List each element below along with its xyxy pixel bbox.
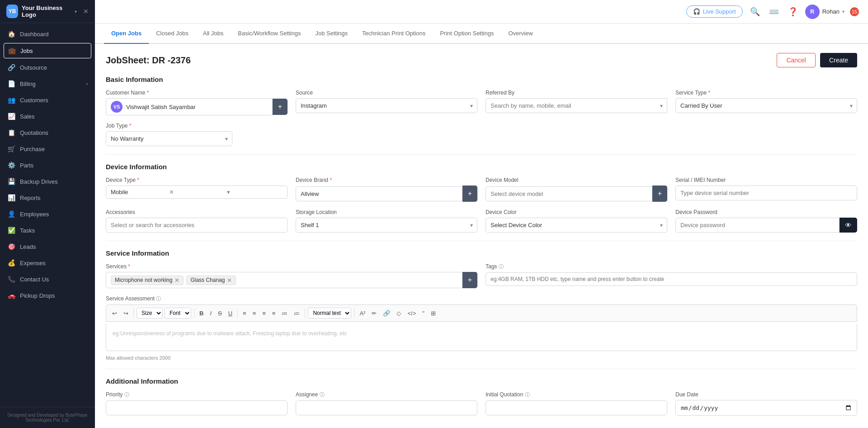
basic-info-section-title: Basic Information: [106, 76, 857, 83]
ordered-list-button[interactable]: ≔: [279, 309, 290, 318]
align-left-button[interactable]: ≡: [241, 309, 249, 318]
show-password-button[interactable]: 👁: [840, 218, 857, 233]
device-brand-input[interactable]: [296, 186, 462, 201]
device-color-select[interactable]: Select Device Color: [486, 218, 667, 233]
undo-button[interactable]: ↩: [110, 309, 119, 318]
device-model-input[interactable]: [486, 186, 652, 201]
device-type-clear-icon[interactable]: ✕: [169, 189, 225, 195]
strikethrough-button[interactable]: S: [216, 309, 224, 318]
sidebar-item-label: Sales: [20, 113, 35, 120]
storage-location-select[interactable]: Shelf 1: [296, 218, 477, 233]
sidebar-item-tasks[interactable]: ✅ Tasks: [0, 222, 95, 238]
italic-button[interactable]: I: [208, 309, 214, 318]
service-assessment-help-icon[interactable]: ⓘ: [156, 296, 161, 301]
services-chips-area[interactable]: Microphone not working ✕ Glass Chanag ✕: [106, 272, 462, 288]
source-select-wrapper: Instagram ▾: [296, 98, 477, 113]
sidebar-item-purchase[interactable]: 🛒 Purchase: [0, 141, 95, 157]
sidebar-item-contact-us[interactable]: 📞 Contact Us: [0, 271, 95, 287]
customer-add-button[interactable]: +: [273, 99, 288, 115]
sidebar-item-sales[interactable]: 📈 Sales: [0, 108, 95, 124]
service-assessment-editor[interactable]: eg:Unresponsiveness of programs due to m…: [106, 324, 857, 351]
align-right-button[interactable]: ≡: [260, 309, 268, 318]
due-date-input[interactable]: [675, 400, 857, 416]
unordered-list-button[interactable]: ≔: [292, 309, 302, 318]
device-model-add-button[interactable]: +: [652, 185, 667, 202]
table-button[interactable]: ⊞: [429, 309, 438, 318]
sidebar-item-employees[interactable]: 👤 Employees: [0, 206, 95, 222]
sidebar-item-jobs[interactable]: 💼 Jobs: [4, 43, 91, 58]
tab-open-jobs-label: Open Jobs: [111, 30, 142, 37]
device-type-wrap[interactable]: Mobile ✕ ▾: [106, 185, 288, 199]
superscript-button[interactable]: A²: [357, 309, 368, 318]
tab-technician-print[interactable]: Technician Print Options: [355, 24, 433, 44]
tab-job-settings[interactable]: Job Settings: [308, 24, 355, 44]
accessories-input[interactable]: [106, 218, 288, 233]
keyboard-button[interactable]: ⌨️: [767, 5, 781, 19]
justify-button[interactable]: ≡: [270, 309, 278, 318]
dashboard-icon: 🏠: [7, 30, 15, 38]
erase-button[interactable]: ◇: [394, 309, 403, 318]
assignee-help-icon[interactable]: ⓘ: [320, 392, 325, 397]
referred-by-input[interactable]: [486, 98, 667, 113]
source-select[interactable]: Instagram: [296, 98, 477, 113]
bold-button[interactable]: B: [197, 309, 206, 318]
device-brand-add-button[interactable]: +: [462, 185, 477, 202]
chip-remove-1[interactable]: ✕: [175, 277, 179, 284]
sidebar-item-expenses[interactable]: 💰 Expenses: [0, 255, 95, 271]
cancel-button[interactable]: Cancel: [777, 53, 816, 67]
underline-button[interactable]: U: [226, 309, 235, 318]
tab-overview[interactable]: Overview: [501, 24, 540, 44]
notification-badge[interactable]: 15: [850, 7, 859, 16]
font-size-select[interactable]: Size: [137, 308, 163, 319]
sidebar-item-leads[interactable]: 🎯 Leads: [0, 238, 95, 255]
sidebar-close-icon[interactable]: ✕: [83, 8, 89, 15]
job-type-select[interactable]: No Warranty: [106, 131, 232, 146]
tab-open-jobs[interactable]: Open Jobs: [104, 24, 149, 44]
create-button[interactable]: Create: [820, 53, 857, 67]
tab-basic-workflow[interactable]: Basic/Workflow Settings: [231, 24, 308, 44]
sidebar-item-parts[interactable]: ⚙️ Parts: [0, 157, 95, 173]
service-assessment-group: Service Assessment ⓘ ↩ ↪ Size Font B: [106, 295, 857, 361]
initial-quotation-help-icon[interactable]: ⓘ: [525, 392, 530, 397]
sidebar-logo[interactable]: YB Your Business Logo ▾ ✕: [0, 0, 95, 23]
sidebar-item-quotations[interactable]: 📋 Quotations: [0, 124, 95, 141]
sidebar-item-outsource[interactable]: 🔗 Outsource: [0, 59, 95, 76]
chip-remove-2[interactable]: ✕: [227, 277, 232, 284]
initial-quotation-input[interactable]: [486, 400, 667, 415]
service-type-select[interactable]: Carried By User: [675, 98, 857, 113]
highlight-button[interactable]: ✏: [369, 309, 379, 318]
tags-help-icon[interactable]: ⓘ: [499, 264, 504, 269]
link-button[interactable]: 🔗: [381, 309, 392, 318]
code-button[interactable]: </>: [405, 309, 418, 318]
sidebar-item-reports[interactable]: 📊 Reports: [0, 190, 95, 206]
text-style-select[interactable]: Normal text: [308, 308, 351, 319]
live-support-button[interactable]: 🎧 Live Support: [686, 5, 743, 18]
customer-name-value: Vishwajit Satish Sayambar: [126, 104, 196, 110]
serial-imei-input[interactable]: [675, 185, 857, 200]
tags-input[interactable]: [486, 272, 857, 286]
device-type-chevron-icon[interactable]: ▾: [227, 189, 283, 195]
tab-closed-jobs[interactable]: Closed Jobs: [149, 24, 196, 44]
help-button[interactable]: ❓: [786, 5, 800, 19]
search-button[interactable]: 🔍: [748, 5, 762, 19]
font-family-select[interactable]: Font: [165, 308, 191, 319]
tab-all-jobs[interactable]: All Jobs: [196, 24, 231, 44]
tasks-icon: ✅: [7, 227, 15, 234]
customer-input-inner[interactable]: VS Vishwajit Satish Sayambar: [106, 98, 273, 115]
sidebar-item-dashboard[interactable]: 🏠 Dashboard: [0, 26, 95, 42]
user-avatar-button[interactable]: R Rohan ▾: [805, 5, 844, 19]
redo-button[interactable]: ↪: [121, 309, 131, 318]
device-password-input[interactable]: [675, 218, 840, 233]
tab-print-option[interactable]: Print Option Settings: [433, 24, 501, 44]
sidebar-item-backup-drives[interactable]: 💾 Backup Drives: [0, 173, 95, 190]
sidebar-item-label: Pickup Drops: [20, 292, 55, 299]
quote-button[interactable]: ": [420, 309, 427, 318]
sidebar-item-billing[interactable]: 📄 Billing ›: [0, 76, 95, 92]
priority-input[interactable]: [106, 400, 288, 415]
assignee-input[interactable]: [296, 400, 477, 415]
sidebar-item-pickup-drops[interactable]: 🚗 Pickup Drops: [0, 287, 95, 304]
priority-help-icon[interactable]: ⓘ: [124, 392, 129, 397]
services-add-button[interactable]: +: [462, 272, 477, 288]
sidebar-item-customers[interactable]: 👥 Customers: [0, 92, 95, 108]
align-center-button[interactable]: ≡: [250, 309, 259, 318]
